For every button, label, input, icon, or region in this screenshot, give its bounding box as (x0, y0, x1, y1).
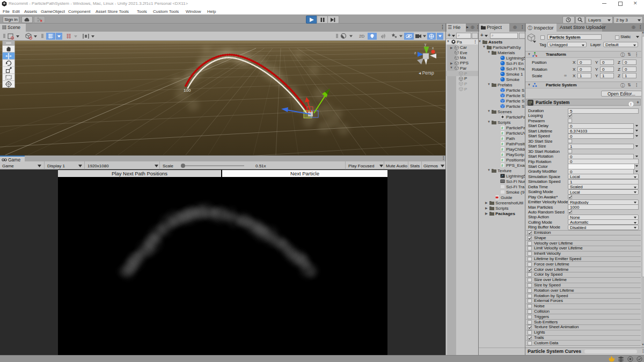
svg-text:2D: 2D (359, 34, 364, 39)
svg-text:!: ! (631, 102, 632, 106)
svg-text:#: # (501, 164, 503, 167)
svg-text:#: # (501, 158, 503, 162)
svg-text:#: # (501, 131, 503, 135)
svg-text:#: # (501, 153, 503, 157)
svg-text:100: 100 (184, 88, 191, 93)
svg-text:#: # (501, 142, 503, 146)
svg-text:#: # (501, 137, 503, 141)
svg-text:z: z (414, 51, 416, 55)
svg-text:#: # (501, 147, 503, 151)
svg-text:◂ Persp: ◂ Persp (419, 70, 434, 76)
svg-text:#: # (501, 126, 503, 130)
